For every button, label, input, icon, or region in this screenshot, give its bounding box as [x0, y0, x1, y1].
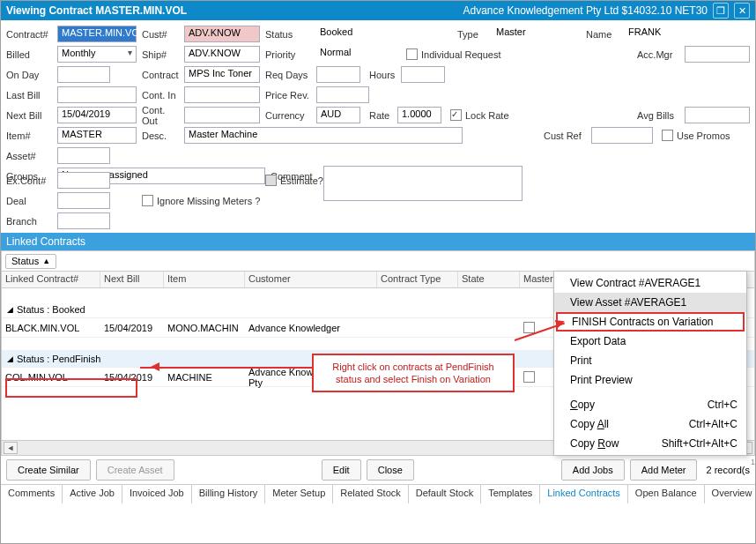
- add-jobs-button[interactable]: Add Jobs: [561, 459, 625, 481]
- tab-active-job[interactable]: Active Job: [63, 485, 122, 503]
- name-field: FRANK: [625, 26, 690, 42]
- ctx-view-asset[interactable]: View Asset #AVERAGE1: [554, 293, 746, 312]
- ctx-finish-variation[interactable]: FINISH Contracts on Variation: [556, 312, 745, 332]
- onday-label: On Day: [6, 70, 57, 80]
- tab-default-stock[interactable]: Default Stock: [409, 485, 481, 503]
- item-field[interactable]: MASTER: [57, 127, 137, 144]
- priority-field: Normal: [316, 46, 406, 63]
- annotation-arrow: [140, 367, 312, 369]
- rate-label: Rate: [369, 110, 397, 121]
- deal-label: Deal: [6, 196, 57, 206]
- title-left: Viewing Contract MASTER.MIN.VOL: [6, 4, 463, 17]
- hours-label: Hours: [369, 70, 401, 80]
- lastbill-label: Last Bill: [6, 90, 57, 101]
- group-by-status[interactable]: Status▲: [5, 254, 56, 269]
- col-linked-contract[interactable]: Linked Contract#: [2, 272, 100, 287]
- billed-label: Billed: [6, 49, 57, 60]
- ship-no-field[interactable]: ADV.KNOW: [184, 46, 260, 63]
- branch-label: Branch: [6, 216, 57, 227]
- ctx-copy-row[interactable]: Copy RowShift+Ctrl+Alt+C: [554, 434, 746, 453]
- pricerev-label: Price Rev.: [265, 90, 316, 101]
- row-checkbox[interactable]: [523, 322, 535, 333]
- ctx-copy-all[interactable]: Copy AllCtrl+Alt+C: [554, 414, 746, 434]
- usepromos-checkbox[interactable]: [662, 130, 673, 141]
- contract-no-field[interactable]: MASTER.MIN.VOL: [57, 26, 137, 42]
- contract-field[interactable]: MPS Inc Toner: [184, 66, 260, 83]
- ctx-print[interactable]: Print: [554, 351, 746, 370]
- onday-field[interactable]: [57, 66, 110, 83]
- cust-no-field[interactable]: ADV.KNOW: [184, 26, 260, 42]
- billed-select[interactable]: Monthly: [57, 46, 137, 63]
- reqdays-field[interactable]: [316, 66, 360, 83]
- context-menu: View Contract #AVERAGE1 View Asset #AVER…: [553, 271, 747, 456]
- contin-label: Cont. In: [142, 90, 184, 101]
- type-label: Type: [457, 29, 493, 40]
- col-customer[interactable]: Customer: [245, 272, 377, 287]
- tab-comments[interactable]: Comments: [1, 485, 63, 503]
- indiv-request-label: Individual Request: [421, 49, 505, 60]
- create-similar-button[interactable]: Create Similar: [6, 459, 91, 481]
- indiv-request-checkbox[interactable]: [406, 48, 418, 60]
- ctx-print-preview[interactable]: Print Preview: [554, 370, 746, 390]
- cell-contract: BLACK.MIN.VOL: [2, 321, 100, 335]
- estimate-checkbox[interactable]: [265, 175, 277, 186]
- edit-button[interactable]: Edit: [322, 459, 361, 481]
- record-count: 2 record(s 112: [706, 465, 750, 475]
- custref-field[interactable]: [591, 127, 653, 144]
- hours-field[interactable]: [401, 66, 445, 83]
- expand-icon: ◢: [7, 354, 13, 363]
- restore-icon[interactable]: ❐: [713, 3, 729, 19]
- tab-overview[interactable]: Overview: [705, 485, 756, 503]
- nextbill-field[interactable]: 15/04/2019: [57, 107, 137, 123]
- excont-field[interactable]: [57, 172, 110, 189]
- linked-contracts-header: Linked Contracts: [1, 233, 755, 250]
- lastbill-field[interactable]: [57, 86, 137, 103]
- cell-customer: Advance Knowledger: [245, 321, 377, 335]
- ctx-copy[interactable]: CopyCtrl+C: [554, 395, 746, 414]
- title-right: Advance Knowledgement Pty Ltd $14032.10 …: [463, 4, 708, 17]
- ctx-view-contract[interactable]: View Contract #AVERAGE1: [554, 273, 746, 293]
- tab-related-stock[interactable]: Related Stock: [333, 485, 408, 503]
- tab-invoiced-job[interactable]: Invoiced Job: [122, 485, 192, 503]
- add-meter-button[interactable]: Add Meter: [630, 459, 698, 481]
- deal-field[interactable]: [57, 192, 110, 209]
- cell-nextbill: 15/04/2019: [100, 370, 164, 384]
- col-state[interactable]: State: [458, 272, 520, 287]
- ignore-checkbox[interactable]: [142, 195, 153, 206]
- row-checkbox[interactable]: [523, 371, 535, 383]
- ctx-export[interactable]: Export Data: [554, 332, 746, 351]
- create-asset-button: Create Asset: [96, 459, 174, 481]
- tab-meter-setup[interactable]: Meter Setup: [265, 485, 333, 503]
- tab-billing-history[interactable]: Billing History: [192, 485, 266, 503]
- contin-field[interactable]: [184, 86, 260, 103]
- group-pendfinish-label: Status : PendFinish: [17, 354, 100, 364]
- currency-field[interactable]: AUD: [316, 107, 360, 123]
- desc-field[interactable]: Master Machine: [184, 127, 463, 144]
- close-button[interactable]: Close: [367, 459, 414, 481]
- lockrate-checkbox[interactable]: [450, 109, 462, 121]
- ship-no-label: Ship#: [142, 49, 184, 60]
- rate-field[interactable]: 1.0000: [397, 107, 441, 123]
- estimate-label: Estimate?: [280, 175, 327, 186]
- tab-templates[interactable]: Templates: [481, 485, 540, 503]
- lockrate-label: Lock Rate: [465, 110, 513, 121]
- contract-label: Contract: [142, 70, 184, 80]
- asset-field[interactable]: [57, 147, 110, 164]
- col-nextbill[interactable]: Next Bill: [100, 272, 164, 287]
- accmgr-field[interactable]: [685, 46, 750, 63]
- tab-linked-contracts[interactable]: Linked Contracts: [540, 485, 628, 503]
- tab-open-balance[interactable]: Open Balance: [628, 485, 705, 503]
- col-item[interactable]: Item: [164, 272, 245, 287]
- comment-field[interactable]: [323, 166, 523, 201]
- group-booked-label: Status : Booked: [17, 304, 85, 315]
- scroll-left-icon[interactable]: ◄: [4, 442, 18, 454]
- col-contract-type[interactable]: Contract Type: [377, 272, 458, 287]
- close-icon[interactable]: ✕: [734, 3, 750, 19]
- contout-field[interactable]: [184, 107, 260, 123]
- item-label: Item#: [6, 130, 57, 141]
- status-label: Status: [265, 29, 316, 40]
- branch-field[interactable]: [57, 212, 110, 229]
- pricerev-field[interactable]: [316, 86, 369, 103]
- avgbills-field[interactable]: [685, 107, 750, 123]
- cell-contract: COL.MIN.VOL: [2, 370, 100, 384]
